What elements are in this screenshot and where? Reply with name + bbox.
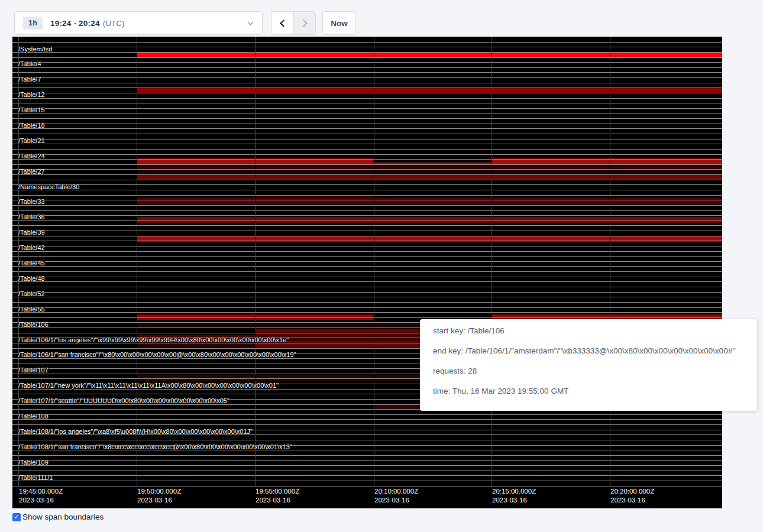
time-gridline-overlay [374, 37, 374, 486]
span-boundary-line [12, 67, 722, 68]
span-boundary-line [12, 297, 722, 297]
key-span-label: /Table/45 [18, 260, 45, 267]
key-span-label: /System/tsd [18, 46, 52, 53]
time-gridline-overlay [610, 37, 610, 486]
span-boundary-line [12, 486, 722, 486]
span-boundary-line [12, 103, 722, 103]
span-boundary-line [12, 154, 722, 155]
span-boundary-line [12, 118, 722, 119]
heat-bar [137, 87, 722, 93]
span-boundary-line [12, 200, 722, 200]
span-boundary-line [12, 281, 722, 282]
key-span-label: /Table/52 [18, 291, 45, 297]
span-boundary-line [12, 184, 722, 185]
key-span-label: /Table/12 [18, 92, 45, 98]
tooltip-start-key: start key: /Table/106 [433, 321, 757, 341]
span-boundary-line [12, 287, 722, 287]
tooltip-time: time: Thu, 16 Mar 2023 19:55:00 GMT [433, 381, 757, 401]
key-span-label: /Table/106/1/"san francisco"/"\x80\x00\x… [18, 352, 296, 358]
key-span-label: /Table/108 [18, 413, 49, 420]
key-span-label: /NamespaceTable/30 [18, 184, 79, 190]
span-boundary-line [12, 471, 722, 471]
span-boundary-line [12, 169, 722, 170]
timezone-text: (UTC) [103, 19, 125, 28]
span-boundary-line [12, 277, 722, 277]
x-tick-date: 2023-03-16 [610, 497, 645, 504]
key-span-label: /Table/42 [18, 245, 45, 251]
span-boundary-line [12, 220, 722, 221]
key-visualizer-heatmap[interactable]: /System/tsd/Table/4/Table/7/Table/12/Tab… [12, 37, 722, 508]
span-boundary-line [12, 57, 722, 58]
span-boundary-line [12, 139, 722, 140]
heat-bar [137, 236, 722, 242]
span-boundary-line [12, 47, 722, 47]
span-boundary-line [12, 180, 722, 180]
span-boundary-line [12, 312, 722, 313]
key-span-label: /Table/106 [18, 322, 49, 328]
span-boundary-line [12, 190, 722, 190]
now-button[interactable]: Now [322, 11, 356, 35]
next-range-button[interactable] [293, 11, 316, 35]
time-gridline-overlay [492, 37, 492, 486]
x-tick-date: 2023-03-16 [137, 497, 172, 504]
span-boundary-line [12, 144, 722, 144]
span-boundary-line [12, 72, 722, 73]
tooltip-end-key: end key: /Table/106/1/"amsterdam"/"\xb33… [433, 341, 757, 361]
span-boundary-line [12, 134, 722, 134]
span-boundary-line [12, 164, 722, 165]
span-boundary-line [12, 475, 722, 476]
chevron-right-icon [300, 20, 308, 27]
x-tick-time: 19:50:00.000Z [137, 488, 181, 495]
span-boundary-line [12, 108, 722, 109]
key-span-label: /Table/7 [18, 76, 41, 83]
span-boundary-line [12, 42, 722, 43]
key-span-label: /Table/39 [18, 229, 45, 236]
heat-bar [137, 164, 722, 170]
span-boundary-line [12, 317, 722, 318]
span-boundary-line [12, 52, 722, 53]
span-boundary-line [12, 261, 722, 262]
key-span-label: /Table/107 [18, 367, 49, 374]
x-tick-time: 19:55:00.000Z [256, 488, 299, 495]
span-boundary-line [12, 98, 722, 99]
toolbar: 1h 19:24 - 20:24 (UTC) Now [0, 0, 763, 37]
heat-bar [137, 198, 722, 204]
x-tick-date: 2023-03-16 [374, 497, 409, 504]
span-boundary-line [12, 460, 722, 461]
time-preset-badge: 1h [23, 17, 43, 30]
x-tick-time: 20:10:00.000Z [374, 488, 418, 495]
x-tick-time: 20:20:00.000Z [610, 488, 654, 495]
span-boundary-line [12, 455, 722, 456]
show-span-boundaries-checkbox[interactable]: ✓ [12, 513, 21, 521]
span-boundary-line [12, 419, 722, 420]
span-boundary-line [12, 113, 722, 113]
span-boundary-line [12, 174, 722, 175]
key-span-label: /Table/48 [18, 275, 45, 282]
span-boundary-line [12, 77, 722, 78]
chevron-down-icon [248, 20, 254, 25]
span-boundary-line [12, 195, 722, 196]
span-boundary-line [12, 215, 722, 216]
span-boundary-line [12, 62, 722, 63]
x-tick-time: 19:45:00.000Z [19, 488, 63, 495]
time-gridline-overlay [137, 37, 137, 486]
key-span-label: /Table/18 [18, 122, 45, 129]
key-span-label: /Table/107/1/"new york"/"\x11\x11\x11\x1… [18, 382, 279, 389]
span-boundaries-row: ✓ Show span boundaries [12, 512, 104, 521]
range-tooltip: start key: /Table/106 end key: /Table/10… [420, 319, 757, 411]
span-boundary-line [12, 149, 722, 150]
span-boundary-line [12, 424, 722, 425]
span-boundary-line [12, 231, 722, 231]
time-range-picker[interactable]: 1h 19:24 - 20:24 (UTC) [14, 11, 263, 35]
key-span-label: /Table/36 [18, 214, 45, 220]
span-boundary-line [12, 271, 722, 272]
time-range-text: 19:24 - 20:24 [50, 19, 100, 28]
key-span-label: /Table/27 [18, 168, 45, 175]
heat-bar [255, 329, 421, 335]
show-span-boundaries-label: Show span boundaries [22, 512, 104, 521]
span-boundary-line [12, 302, 722, 303]
x-tick-date: 2023-03-16 [256, 497, 290, 504]
key-span-label: /Table/107/1/"seattle"/"UUUUUUD\x00\x80\… [18, 398, 229, 404]
key-span-label: /Table/33 [18, 199, 45, 205]
previous-range-button[interactable] [271, 11, 293, 35]
